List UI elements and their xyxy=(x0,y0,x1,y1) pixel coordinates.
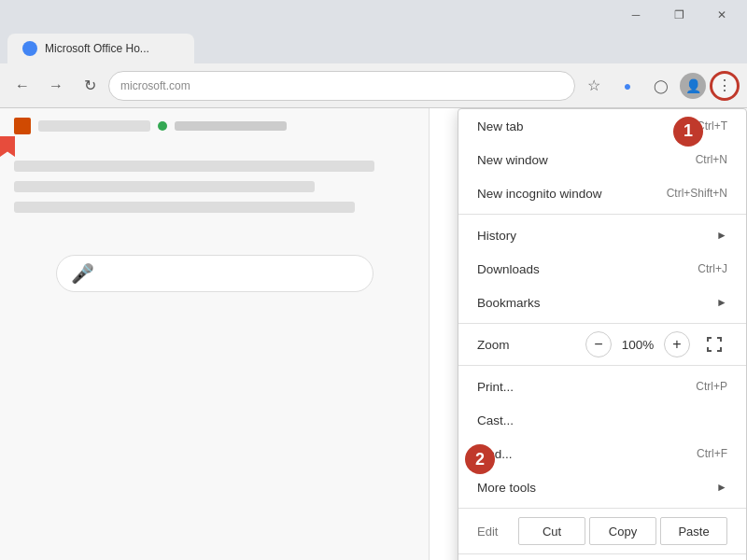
edit-row: Edit Cut Copy Paste xyxy=(458,512,746,550)
cast-label: Cast... xyxy=(477,413,727,427)
step-1-annotation: 1 xyxy=(673,117,703,147)
bookmark-decoration xyxy=(0,136,15,157)
tab-bar: Microsoft Office Ho... xyxy=(0,30,747,63)
active-tab[interactable]: Microsoft Office Ho... xyxy=(7,34,194,63)
forward-button[interactable]: → xyxy=(41,71,71,101)
history-item[interactable]: History ► xyxy=(458,218,746,252)
zoom-row: Zoom − 100% + xyxy=(458,328,746,361)
new-window-shortcut: Ctrl+N xyxy=(696,153,727,166)
ms-office-row xyxy=(14,118,415,134)
divider-2 xyxy=(458,323,746,324)
omnibox-bar: ← → ↻ microsoft.com ☆ ● ◯ 👤 ⋮ 1 xyxy=(0,63,747,108)
chrome-menu-button[interactable]: ⋮ 1 xyxy=(710,71,740,101)
url-text: microsoft.com xyxy=(120,79,190,92)
print-item[interactable]: Print... Ctrl+P xyxy=(458,370,746,403)
minimize-button[interactable]: ─ xyxy=(614,0,657,30)
step-2-annotation: 2 xyxy=(465,444,495,474)
cut-button[interactable]: Cut xyxy=(518,517,585,545)
more-tools-arrow-icon: ► xyxy=(716,481,727,494)
back-button[interactable]: ← xyxy=(7,71,37,101)
bookmarks-item[interactable]: Bookmarks ► xyxy=(458,286,746,319)
mic-icon: 🎤 xyxy=(71,262,94,285)
close-button[interactable]: ✕ xyxy=(700,0,743,30)
more-tools-item[interactable]: More tools ► xyxy=(458,470,746,504)
print-shortcut: Ctrl+P xyxy=(696,380,727,393)
downloads-shortcut: Ctrl+J xyxy=(698,262,727,275)
online-indicator xyxy=(158,121,167,131)
content-blur-2 xyxy=(14,181,315,192)
edit-label: Edit xyxy=(477,525,514,539)
divider-3 xyxy=(458,365,746,366)
zoom-minus-button[interactable]: − xyxy=(585,331,612,357)
browser-window: ─ ❐ ✕ Microsoft Office Ho... ← → ↻ micro… xyxy=(0,0,747,560)
divider-4 xyxy=(458,508,746,509)
extensions-icon[interactable]: ◯ xyxy=(646,71,676,101)
ms-icon xyxy=(14,118,31,134)
avatar-icon[interactable]: 👤 xyxy=(680,73,706,99)
paste-button[interactable]: Paste xyxy=(660,517,727,545)
print-label: Print... xyxy=(477,380,696,394)
search-bar-mock: 🎤 xyxy=(56,255,374,292)
new-window-label: New window xyxy=(477,153,696,167)
new-incognito-shortcut: Ctrl+Shift+N xyxy=(667,187,727,200)
tab-title: Microsoft Office Ho... xyxy=(45,42,179,55)
title-bar: ─ ❐ ✕ xyxy=(0,0,747,30)
maximize-button[interactable]: ❐ xyxy=(657,0,700,30)
content-blur-1 xyxy=(14,161,374,172)
find-label: Find... xyxy=(477,447,697,461)
fullscreen-button[interactable] xyxy=(701,331,727,357)
address-bar[interactable]: microsoft.com xyxy=(108,71,575,101)
downloads-label: Downloads xyxy=(477,262,698,276)
kebab-icon: ⋮ xyxy=(717,77,733,94)
bookmarks-arrow-icon: ► xyxy=(716,296,727,309)
downloads-item[interactable]: Downloads Ctrl+J xyxy=(458,252,746,286)
more-tools-label: More tools xyxy=(477,481,709,495)
new-tab-label: New tab xyxy=(477,119,697,133)
divider-1 xyxy=(458,214,746,215)
content-blur-3 xyxy=(14,202,355,213)
cast-item[interactable]: Cast... xyxy=(458,403,746,437)
bookmark-star-icon[interactable]: ☆ xyxy=(579,71,609,101)
chrome-dropdown-menu: New tab Ctrl+T New window Ctrl+N New inc… xyxy=(458,108,747,560)
ms-title-blur xyxy=(38,120,150,132)
new-window-item[interactable]: New window Ctrl+N xyxy=(458,143,746,176)
history-arrow-icon: ► xyxy=(716,229,727,242)
new-incognito-item[interactable]: New incognito window Ctrl+Shift+N xyxy=(458,176,746,210)
zoom-value: 100% xyxy=(619,338,656,352)
ms-subtitle-blur xyxy=(175,121,287,131)
history-label: History xyxy=(477,229,709,243)
page-background: 🎤 xyxy=(0,108,430,560)
reload-button[interactable]: ↻ xyxy=(75,71,105,101)
divider-5 xyxy=(458,553,746,554)
zoom-controls: − 100% + xyxy=(585,331,727,357)
find-shortcut: Ctrl+F xyxy=(697,447,727,460)
tab-favicon xyxy=(22,41,37,56)
bookmarks-label: Bookmarks xyxy=(477,296,709,310)
new-tab-item[interactable]: New tab Ctrl+T xyxy=(458,109,746,143)
chrome-icon[interactable]: ● xyxy=(613,71,642,101)
find-item[interactable]: Find... Ctrl+F xyxy=(458,437,746,470)
new-incognito-label: New incognito window xyxy=(477,187,667,201)
zoom-label: Zoom xyxy=(477,338,585,352)
zoom-plus-button[interactable]: + xyxy=(664,331,690,357)
copy-button[interactable]: Copy xyxy=(589,517,656,545)
content-area: 🎤 New tab Ctrl+T New window Ctrl+N New i… xyxy=(0,108,747,560)
